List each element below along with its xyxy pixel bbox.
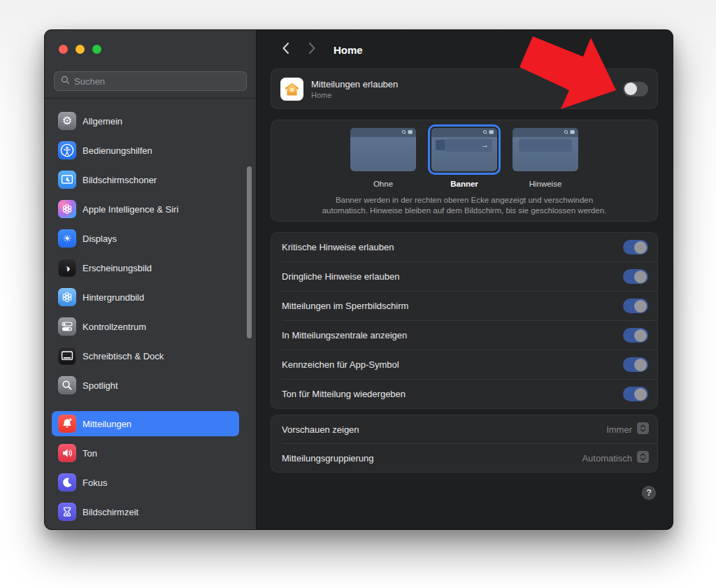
description-line-1: Banner werden in der rechten oberen Ecke… [282, 195, 646, 206]
appearance-icon: ◑ [58, 259, 76, 277]
alert-style-preview: → [431, 128, 497, 171]
preview-window-toolbar-icons [482, 129, 494, 136]
sidebar-item-erscheinungsbild[interactable]: ◑ Erscheinungsbild [52, 255, 239, 280]
sidebar-item-bedienungshilfen[interactable]: Bedienungshilfen [52, 138, 239, 163]
setting-toggle[interactable] [623, 269, 648, 284]
allow-notifications-label: Mitteilungen erlauben [311, 79, 615, 89]
preview-grouping-card: Vorschauen zeigen Immer Mitteilungsgrupp… [271, 415, 658, 473]
setting-toggle[interactable] [623, 240, 648, 254]
chevron-left-icon [282, 42, 289, 57]
minimize-window-button[interactable] [76, 45, 85, 54]
allow-notifications-card: Mitteilungen erlauben Home [271, 69, 658, 109]
system-settings-window: Suchen ⚙ Allgemein Bedienungshilfen Bild… [44, 29, 673, 530]
home-app-icon [280, 78, 303, 101]
accessibility-icon [58, 141, 76, 159]
sidebar-item-mitteilungen[interactable]: Mitteilungen [52, 411, 239, 436]
gear-icon: ⚙ [58, 112, 76, 130]
main-panel: Home Mitteilungen erlauben Home [256, 30, 673, 529]
alert-style-preview [350, 128, 416, 171]
siri-icon [58, 200, 76, 218]
sidebar-item-allgemein[interactable]: ⚙ Allgemein [52, 108, 239, 134]
screensaver-icon [58, 171, 76, 189]
sidebar-item-bildschirmzeit[interactable]: Bildschirmzeit [52, 499, 239, 524]
screen-time-icon [58, 503, 76, 521]
sidebar-item-kontrollzentrum[interactable]: Kontrollzentrum [52, 314, 239, 339]
dropdown-row-mitteilungsgruppierung: Mitteilungsgruppierung Automatisch [271, 444, 657, 472]
main-header: Home [257, 30, 673, 69]
forward-button[interactable] [304, 41, 320, 59]
zoom-window-button[interactable] [92, 45, 101, 54]
alert-style-option-ohne[interactable]: Ohne [347, 124, 420, 188]
search-placeholder: Suchen [74, 76, 105, 87]
notification-options-card: Kritische Hinweise erlauben Dringliche H… [271, 232, 658, 409]
chevron-right-icon [308, 42, 316, 57]
displays-icon: ☀ [58, 229, 76, 248]
notifications-icon [58, 415, 76, 433]
search-input[interactable]: Suchen [54, 71, 247, 91]
allow-notifications-toggle[interactable] [623, 82, 648, 96]
setting-row-in-mitteilungszentrale-anzeigen: In Mitteilungszentrale anzeigen [271, 321, 657, 350]
close-window-button[interactable] [59, 45, 68, 54]
setting-toggle[interactable] [623, 328, 648, 343]
toggle-knob [624, 83, 637, 95]
dropdown-select[interactable]: Immer [606, 422, 649, 437]
stepper-icon [637, 422, 649, 437]
setting-toggle[interactable] [623, 299, 648, 313]
alert-style-card: Ohne → Banner [271, 120, 658, 222]
help-button[interactable]: ? [642, 486, 656, 500]
wallpaper-icon [58, 288, 76, 306]
screenshot: Suchen ⚙ Allgemein Bedienungshilfen Bild… [0, 0, 716, 588]
setting-row-dringliche-hinweise-erlauben: Dringliche Hinweise erlauben [271, 262, 657, 291]
back-button[interactable] [278, 41, 293, 59]
spotlight-icon [58, 376, 76, 394]
sidebar-item-displays[interactable]: ☀ Displays [52, 226, 239, 251]
setting-row-kritische-hinweise-erlauben: Kritische Hinweise erlauben [271, 233, 657, 261]
description-line-2: automatisch. Hinweise bleiben auf dem Bi… [282, 206, 646, 216]
banner-arrow-icon: → [481, 141, 489, 149]
alert-style-option-hinweise[interactable]: Hinweise [509, 124, 582, 188]
sidebar-scrollbar[interactable] [247, 166, 252, 338]
setting-row-ton-f-r-mitteilung-wiedergeben: Ton für Mitteilung wiedergeben [271, 380, 657, 408]
setting-toggle[interactable] [623, 387, 648, 401]
setting-row-kennzeichen-f-r-app-symbol: Kennzeichen für App-Symbol [271, 350, 657, 379]
sidebar-item-hintergrundbild[interactable]: Hintergrundbild [52, 285, 239, 310]
page-title: Home [334, 44, 363, 56]
alert-style-options: Ohne → Banner [271, 124, 657, 188]
traffic-lights [45, 30, 256, 54]
dropdown-row-vorschauen-zeigen: Vorschauen zeigen Immer [271, 415, 657, 443]
sidebar: Suchen ⚙ Allgemein Bedienungshilfen Bild… [45, 30, 256, 529]
preview-window-toolbar-icons [564, 129, 575, 136]
sidebar-item-bildschirmschoner[interactable]: Bildschirmschoner [52, 167, 239, 192]
control-center-icon [58, 317, 76, 336]
stepper-icon [637, 451, 649, 466]
alert-style-option-banner[interactable]: → Banner [428, 124, 501, 188]
sidebar-nav: ⚙ Allgemein Bedienungshilfen Bildschirms… [52, 108, 239, 529]
preview-window-toolbar-icons [401, 129, 413, 136]
app-name-label: Home [311, 91, 615, 99]
alert-style-description: Banner werden in der rechten oberen Ecke… [271, 195, 657, 215]
desktop-dock-icon [58, 347, 76, 365]
sidebar-divider [45, 98, 256, 99]
sidebar-item-ton[interactable]: Ton [52, 440, 239, 466]
setting-toggle[interactable] [623, 357, 648, 372]
setting-row-mitteilungen-im-sperrbildschirm: Mitteilungen im Sperrbildschirm [271, 292, 657, 320]
focus-icon [58, 473, 76, 492]
sidebar-item-spotlight[interactable]: Spotlight [52, 373, 239, 398]
sidebar-item-schreibtisch-dock[interactable]: Schreibtisch & Dock [52, 343, 239, 368]
alert-style-preview [513, 128, 578, 171]
sidebar-item-fokus[interactable]: Fokus [52, 470, 239, 495]
search-icon [61, 75, 70, 87]
sound-icon [58, 444, 76, 462]
dropdown-select[interactable]: Automatisch [582, 451, 649, 466]
sidebar-item-apple-intelligence-siri[interactable]: Apple Intelligence & Siri [52, 196, 239, 222]
